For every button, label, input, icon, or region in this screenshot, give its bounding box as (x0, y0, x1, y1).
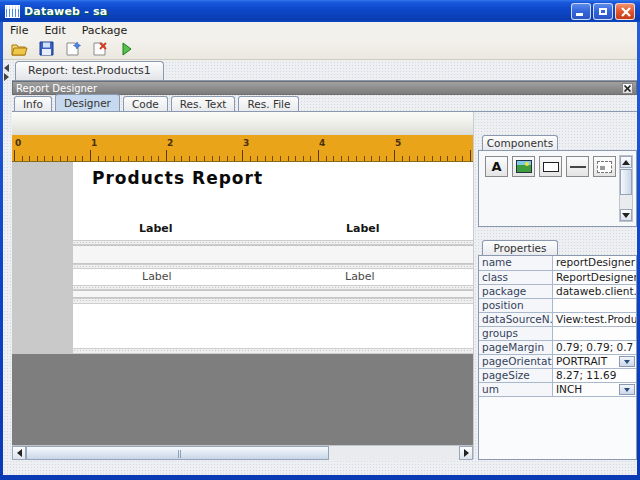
scroll-up-icon (622, 160, 630, 165)
save-button[interactable] (37, 41, 55, 57)
ruler-spacer (12, 112, 473, 135)
property-row-pagemargin[interactable]: pageMargin 0.79; 0.79; 0.7 (479, 340, 636, 354)
tab-scroll-arrows (4, 64, 12, 80)
tab-scroll-left-icon[interactable] (4, 64, 9, 72)
close-button[interactable] (615, 3, 635, 20)
report-canvas[interactable]: Products Report Label Label Label Label (12, 162, 473, 445)
scroll-down-button[interactable] (620, 209, 632, 221)
property-value[interactable] (553, 299, 636, 312)
components-scrollbar-thumb[interactable] (620, 169, 632, 195)
components-group: Components A (478, 135, 637, 227)
detail-label-1[interactable]: Label (142, 270, 172, 283)
ruler-number: 5 (395, 138, 401, 148)
new-report-button[interactable] (64, 41, 82, 57)
tab-info[interactable]: Info (14, 96, 52, 111)
tab-designer[interactable]: Designer (55, 94, 120, 111)
property-name: position (479, 299, 553, 312)
ruler-number: 2 (167, 138, 173, 148)
property-value[interactable]: ReportDesigner (553, 271, 636, 284)
run-icon (121, 42, 133, 56)
restore-button[interactable] (593, 3, 613, 20)
property-value[interactable]: PORTRAIT (553, 355, 636, 368)
property-value[interactable]: 8.27; 11.69 (553, 369, 636, 382)
tab-code[interactable]: Code (123, 96, 168, 111)
property-name: groups (479, 327, 553, 340)
menu-package[interactable]: Package (82, 24, 128, 37)
dropdown-button[interactable] (619, 384, 635, 395)
report-page[interactable]: Products Report Label Label Label Label (73, 162, 473, 354)
page-margin-column (12, 162, 73, 354)
property-value[interactable]: reportDesigner (553, 256, 636, 270)
horizontal-scrollbar-thumb[interactable] (26, 446, 329, 460)
property-row-pagesize[interactable]: pageSize 8.27; 11.69 (479, 368, 636, 382)
tab-scroll-right-icon[interactable] (4, 73, 9, 81)
document-tab-products1[interactable]: Report: test.Products1 (15, 61, 164, 80)
tab-res-text[interactable]: Res. Text (171, 96, 236, 111)
property-row-package[interactable]: package dataweb.client. (479, 284, 636, 298)
property-row-class[interactable]: class ReportDesigner (479, 270, 636, 284)
property-name: package (479, 285, 553, 298)
properties-panel: name reportDesigner class ReportDesigner… (478, 255, 637, 460)
delete-report-button[interactable] (91, 41, 109, 57)
scroll-right-icon (464, 449, 469, 457)
workspace: Report: test.Products1 Report Designer I… (3, 61, 637, 475)
line-component-button[interactable] (566, 156, 589, 177)
app-icon (5, 5, 20, 18)
label-component-button[interactable]: A (485, 156, 508, 177)
properties-group: Properties name reportDesigner class (478, 240, 637, 460)
components-tab[interactable]: Components (482, 135, 558, 150)
property-name: class (479, 271, 553, 284)
panel-component-button[interactable] (593, 156, 616, 177)
panel-close-button[interactable] (622, 83, 633, 94)
menu-edit[interactable]: Edit (44, 24, 65, 37)
scroll-right-button[interactable] (459, 446, 473, 460)
detail-band[interactable]: Label Label (73, 269, 473, 285)
panel-component-icon (597, 161, 612, 173)
open-button[interactable] (10, 41, 28, 57)
property-value[interactable]: View:test.Produ (553, 313, 636, 326)
group-band[interactable] (73, 245, 473, 264)
minimize-button[interactable] (571, 3, 591, 20)
header-label-1[interactable]: Label (139, 222, 173, 235)
report-designer-title: Report Designer (16, 82, 622, 95)
property-row-name[interactable]: name reportDesigner (479, 256, 636, 270)
property-value[interactable]: 0.79; 0.79; 0.7 (553, 341, 636, 354)
property-row-pageorientation[interactable]: pageOrientat... PORTRAIT (479, 354, 636, 368)
image-component-icon (516, 160, 532, 173)
property-row-um[interactable]: um INCH (479, 382, 636, 396)
property-value[interactable]: INCH (553, 383, 636, 396)
document-tabstrip: Report: test.Products1 (12, 61, 637, 81)
tab-res-file[interactable]: Res. File (238, 96, 299, 111)
property-value[interactable] (553, 327, 636, 340)
image-component-button[interactable] (512, 156, 535, 177)
property-row-datasource[interactable]: dataSourceN... View:test.Produ (479, 312, 636, 326)
property-name: dataSourceN... (479, 313, 553, 326)
property-row-position[interactable]: position (479, 298, 636, 312)
report-title-band[interactable]: Products Report Label Label (73, 162, 473, 240)
scroll-up-button[interactable] (620, 156, 632, 168)
scroll-left-button[interactable] (12, 446, 26, 460)
ruler-number: 1 (91, 138, 97, 148)
header-label-2[interactable]: Label (346, 222, 380, 235)
minimize-icon (576, 13, 583, 16)
band-separator[interactable] (73, 348, 473, 354)
detail-label-2[interactable]: Label (345, 270, 375, 283)
run-button[interactable] (118, 41, 136, 57)
components-scrollbar[interactable] (619, 155, 633, 222)
window-title: Dataweb - sa (24, 5, 571, 18)
horizontal-scrollbar[interactable] (12, 445, 473, 460)
rectangle-component-button[interactable] (539, 156, 562, 177)
title-bar[interactable]: Dataweb - sa (0, 0, 640, 22)
properties-tab[interactable]: Properties (482, 240, 558, 255)
footer-band[interactable] (73, 304, 473, 348)
close-icon (616, 4, 636, 21)
property-row-groups[interactable]: groups (479, 326, 636, 340)
group-footer-band[interactable] (73, 290, 473, 298)
properties-table: name reportDesigner class ReportDesigner… (479, 256, 636, 397)
menu-file[interactable]: File (10, 24, 28, 37)
dropdown-button[interactable] (619, 356, 635, 367)
property-value[interactable]: dataweb.client. (553, 285, 636, 298)
report-title-label[interactable]: Products Report (92, 168, 263, 188)
report-designer-header[interactable]: Report Designer (12, 81, 637, 95)
line-component-icon (570, 166, 586, 168)
